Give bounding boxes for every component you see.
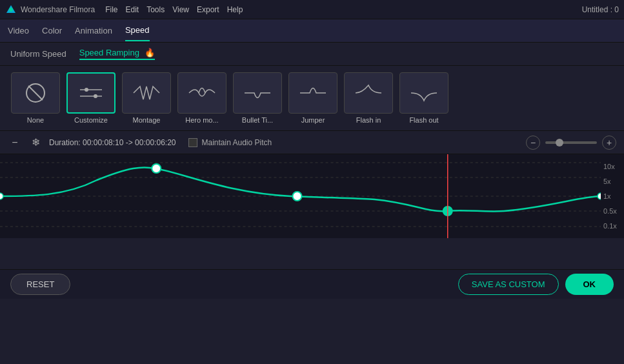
zoom-out-button[interactable]: − <box>526 136 540 150</box>
graph-y-labels: 10x 5x 1x 0.5x 0.1x <box>601 154 624 238</box>
flash-in-icon <box>352 80 385 106</box>
preset-customize[interactable]: Customize <box>66 72 116 124</box>
preset-flash-out[interactable]: Flash out <box>399 72 449 124</box>
customize-icon <box>75 80 107 106</box>
svg-point-6 <box>85 88 88 92</box>
svg-line-3 <box>28 86 43 100</box>
speed-mode-tabs: Uniform Speed Speed Ramping 🔥 <box>0 43 624 66</box>
presets-row: None Customize Montage <box>0 66 624 131</box>
bullet-icon <box>241 80 274 106</box>
y-label-05x: 0.5x <box>603 207 617 215</box>
zoom-slider[interactable] <box>545 141 597 144</box>
audio-pitch-label: Maintain Audio Pitch <box>201 138 272 147</box>
svg-point-18 <box>598 193 601 199</box>
montage-icon <box>130 80 163 106</box>
preset-label-bullet: Bullet Ti... <box>242 116 273 124</box>
flash-out-icon <box>408 80 440 106</box>
app-name: Wondershare Filmora <box>21 5 95 14</box>
titlebar: Wondershare Filmora File Edit Tools View… <box>0 0 624 19</box>
menu-help[interactable]: Help <box>227 5 243 14</box>
preset-montage[interactable]: Montage <box>121 72 172 124</box>
svg-point-15 <box>292 192 301 201</box>
property-tabs: Video Color Animation Speed <box>0 19 624 43</box>
none-icon <box>19 80 52 106</box>
svg-point-17 <box>0 193 3 199</box>
preset-label-none: None <box>27 116 44 124</box>
menu-edit[interactable]: Edit <box>126 5 139 14</box>
y-label-01x: 0.1x <box>603 222 617 230</box>
speed-graph[interactable] <box>0 154 601 238</box>
menu-bar: File Edit Tools View Export Help <box>105 5 243 14</box>
preset-bullet-time[interactable]: Bullet Ti... <box>232 72 283 124</box>
preset-box-bullet <box>233 72 282 114</box>
tab-uniform-speed[interactable]: Uniform Speed <box>10 49 66 59</box>
freeze-button[interactable]: ❄ <box>28 136 43 150</box>
audio-pitch-checkbox[interactable] <box>188 138 197 147</box>
menu-tools[interactable]: Tools <box>146 5 165 14</box>
fire-icon: 🔥 <box>145 48 155 57</box>
tab-video[interactable]: Video <box>8 21 29 41</box>
menu-view[interactable]: View <box>172 5 189 14</box>
window-title: Untitled : 0 <box>582 5 619 14</box>
speed-graph-container: 10x 5x 1x 0.5x 0.1x <box>0 154 624 238</box>
y-label-10x: 10x <box>603 163 615 170</box>
svg-point-14 <box>152 164 161 173</box>
hero-icon <box>186 80 218 106</box>
preset-flash-in[interactable]: Flash in <box>343 72 394 124</box>
minus-button[interactable]: − <box>8 136 22 150</box>
preset-label-customize: Customize <box>74 116 108 124</box>
y-label-5x: 5x <box>603 177 611 185</box>
jumper-icon <box>297 80 329 106</box>
save-as-custom-button[interactable]: SAVE AS CUSTOM <box>458 274 559 295</box>
preset-label-jumper: Jumper <box>301 116 325 124</box>
ok-button[interactable]: OK <box>565 274 614 295</box>
preset-box-flash-in <box>344 72 393 114</box>
zoom-slider-thumb <box>556 139 563 147</box>
tab-color[interactable]: Color <box>42 21 62 41</box>
preset-box-none <box>11 72 60 114</box>
preset-label-flash-out: Flash out <box>409 116 438 124</box>
preset-hero-moment[interactable]: Hero mo... <box>177 72 227 124</box>
menu-export[interactable]: Export <box>197 5 219 14</box>
zoom-controls: − + <box>526 136 616 150</box>
preset-box-flash-out <box>399 72 448 114</box>
preset-box-jumper <box>288 72 337 114</box>
preset-none[interactable]: None <box>10 72 61 124</box>
svg-point-1 <box>9 8 13 12</box>
reset-button[interactable]: RESET <box>10 274 70 295</box>
bottom-right-buttons: SAVE AS CUSTOM OK <box>458 274 614 295</box>
preset-box-montage <box>122 72 171 114</box>
bottom-bar: RESET SAVE AS CUSTOM OK <box>0 269 624 299</box>
menu-file[interactable]: File <box>105 5 117 14</box>
preset-label-montage: Montage <box>133 116 161 124</box>
preset-label-hero: Hero mo... <box>185 116 218 124</box>
preset-box-customize <box>66 72 116 114</box>
preset-box-hero <box>177 72 226 114</box>
audio-pitch-control: Maintain Audio Pitch <box>188 138 272 147</box>
preset-label-flash-in: Flash in <box>356 116 381 124</box>
zoom-in-button[interactable]: + <box>602 136 616 150</box>
controls-bar: − ❄ Duration: 00:00:08:10 -> 00:00:06:20… <box>0 131 624 154</box>
tab-speed-ramping[interactable]: Speed Ramping 🔥 <box>79 48 155 60</box>
svg-point-7 <box>94 94 97 98</box>
tab-speed[interactable]: Speed <box>125 20 150 41</box>
tab-animation[interactable]: Animation <box>75 21 112 41</box>
app-logo <box>5 4 17 15</box>
graph-svg <box>0 154 601 238</box>
y-label-1x: 1x <box>603 192 611 200</box>
duration-display: Duration: 00:00:08:10 -> 00:00:06:20 <box>49 138 176 147</box>
preset-jumper[interactable]: Jumper <box>288 72 338 124</box>
